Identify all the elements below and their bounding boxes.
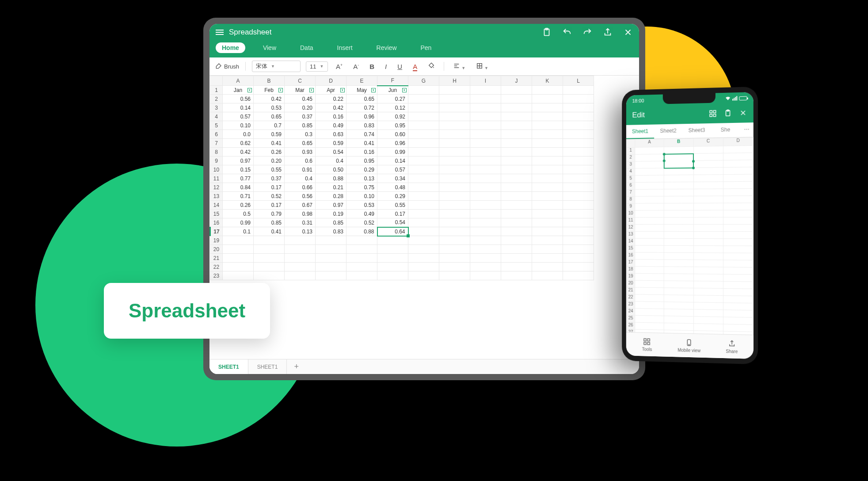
row-header[interactable]: 4: [626, 168, 635, 176]
cell[interactable]: [532, 174, 563, 183]
col-header-B[interactable]: B: [664, 138, 693, 147]
cell[interactable]: [664, 153, 693, 161]
cell[interactable]: [664, 210, 693, 217]
cell[interactable]: [439, 227, 470, 236]
cell[interactable]: [377, 245, 408, 254]
cell[interactable]: 0.97: [223, 157, 254, 165]
cell[interactable]: [532, 183, 563, 192]
cell[interactable]: [563, 245, 594, 254]
row-header[interactable]: 23: [210, 271, 223, 280]
cell[interactable]: [723, 160, 753, 168]
cell[interactable]: 0.22: [316, 95, 346, 103]
cell[interactable]: [635, 238, 664, 245]
cell[interactable]: 0.53: [346, 201, 377, 210]
cell[interactable]: 0.54: [316, 148, 346, 157]
row-header[interactable]: 19: [626, 273, 635, 280]
cell[interactable]: [723, 260, 753, 267]
cell[interactable]: [408, 254, 439, 263]
row-header[interactable]: 22: [626, 294, 635, 302]
filter-icon[interactable]: ▾: [402, 88, 407, 92]
cell[interactable]: [723, 188, 753, 196]
cell[interactable]: [563, 254, 594, 263]
row-header[interactable]: 9: [626, 203, 635, 210]
phone-sheet-tab[interactable]: Sheet3: [682, 123, 711, 138]
cell[interactable]: [693, 153, 723, 160]
cell[interactable]: 0.55: [254, 165, 285, 174]
cell[interactable]: 0.13: [346, 174, 377, 183]
cell[interactable]: [723, 239, 753, 246]
col-header-H[interactable]: H: [439, 76, 470, 86]
cell[interactable]: [563, 157, 594, 165]
cell[interactable]: [664, 196, 693, 203]
cell[interactable]: [635, 154, 664, 161]
cell[interactable]: [408, 271, 439, 280]
cell[interactable]: 0.10: [223, 121, 254, 130]
cell[interactable]: [316, 236, 346, 245]
cell[interactable]: 0.49: [346, 210, 377, 218]
filter-icon[interactable]: ▾: [309, 88, 314, 92]
bold-button[interactable]: B: [367, 61, 377, 72]
cell[interactable]: [664, 175, 693, 182]
cell[interactable]: 0.13: [285, 227, 316, 236]
clipboard-icon[interactable]: [724, 109, 732, 118]
col-header-D[interactable]: D: [316, 76, 346, 86]
cell[interactable]: [723, 324, 753, 332]
cell[interactable]: 0.66: [285, 183, 316, 192]
cell[interactable]: [285, 245, 316, 254]
cell[interactable]: [254, 236, 285, 245]
cell[interactable]: 0.71: [223, 192, 254, 201]
cell[interactable]: [635, 322, 664, 330]
cell[interactable]: [723, 317, 753, 324]
row-header[interactable]: 10: [626, 210, 635, 218]
cell[interactable]: [501, 157, 532, 165]
cell[interactable]: [563, 271, 594, 280]
cell[interactable]: [408, 148, 439, 157]
cell[interactable]: [501, 192, 532, 201]
cell[interactable]: [635, 147, 664, 154]
cell[interactable]: Jun▾: [377, 86, 408, 95]
cell[interactable]: [408, 210, 439, 218]
cell[interactable]: [693, 175, 723, 182]
cell[interactable]: 0.17: [254, 183, 285, 192]
cell[interactable]: [723, 174, 753, 182]
redo-icon[interactable]: [582, 27, 592, 37]
cell[interactable]: [346, 236, 377, 245]
cell[interactable]: [635, 175, 664, 182]
row-header[interactable]: 8: [626, 196, 635, 203]
row-header[interactable]: 15: [210, 210, 223, 218]
cell[interactable]: [693, 203, 723, 210]
cell[interactable]: [664, 217, 693, 224]
row-header[interactable]: 12: [210, 183, 223, 192]
cell[interactable]: [563, 103, 594, 112]
cell[interactable]: [664, 245, 693, 252]
cell[interactable]: 0.5: [223, 210, 254, 218]
cell[interactable]: [377, 263, 408, 271]
cell[interactable]: [439, 236, 470, 245]
cell[interactable]: [501, 103, 532, 112]
cell[interactable]: [285, 236, 316, 245]
share-icon[interactable]: [603, 27, 613, 37]
cell[interactable]: [501, 165, 532, 174]
cell[interactable]: 0.59: [316, 139, 346, 148]
cell[interactable]: 0.48: [377, 183, 408, 192]
cell[interactable]: [664, 252, 693, 260]
cell[interactable]: [664, 146, 693, 154]
cell[interactable]: 0.65: [285, 139, 316, 148]
col-header-J[interactable]: J: [501, 76, 532, 86]
cell[interactable]: [635, 231, 664, 238]
row-header[interactable]: 17: [210, 227, 223, 236]
cell[interactable]: 0.3: [285, 130, 316, 139]
borders-button[interactable]: ▼: [473, 61, 491, 72]
col-header-C[interactable]: C: [693, 138, 723, 146]
tab-pen[interactable]: Pen: [415, 42, 438, 53]
cell[interactable]: 0.34: [377, 174, 408, 183]
cell[interactable]: 0.85: [316, 218, 346, 227]
cell[interactable]: [664, 182, 693, 189]
cell[interactable]: [254, 271, 285, 280]
cell[interactable]: 0.96: [377, 139, 408, 148]
cell[interactable]: [563, 218, 594, 227]
cell[interactable]: [408, 201, 439, 210]
row-header[interactable]: 14: [626, 238, 635, 245]
cell[interactable]: [635, 315, 664, 323]
cell[interactable]: 0.26: [254, 148, 285, 157]
